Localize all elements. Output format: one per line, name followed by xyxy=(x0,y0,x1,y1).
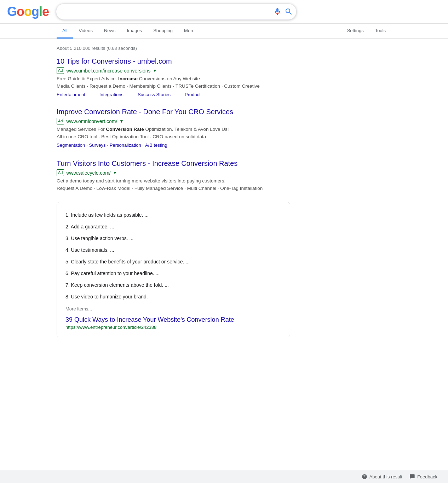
tab-videos[interactable]: Videos xyxy=(73,24,98,39)
search-input[interactable]: how to increase my conversion rate xyxy=(56,4,297,20)
search-icon[interactable] xyxy=(285,7,293,16)
logo-letter-e: e xyxy=(42,4,49,19)
logo-letter-l: l xyxy=(39,4,42,19)
sub-link-integrations[interactable]: Integrations xyxy=(99,92,124,97)
tab-images[interactable]: Images xyxy=(121,24,148,39)
tab-more[interactable]: More xyxy=(178,24,200,39)
ad-badge-1: Ad xyxy=(57,67,64,74)
header: Google how to increase my conversion rat… xyxy=(0,0,448,24)
featured-item-1: 1. Include as few fields as possible. ..… xyxy=(65,209,281,221)
featured-item-2: 2. Add a guarantee. ... xyxy=(65,221,281,233)
ad-2-url-arrow: ▼ xyxy=(119,119,124,124)
nav-right: Settings Tools xyxy=(341,24,391,38)
organic-result-url: https://www.entrepreneur.com/article/242… xyxy=(65,325,281,330)
ad-1-url-arrow: ▼ xyxy=(153,68,157,73)
tab-tools[interactable]: Tools xyxy=(369,24,391,39)
tab-news[interactable]: News xyxy=(98,24,121,39)
search-results: About 5,210,000 results (0.68 seconds) 1… xyxy=(0,39,446,359)
tab-settings[interactable]: Settings xyxy=(341,24,369,39)
ad-2-desc1: Managed Services For Conversion Rate Opt… xyxy=(57,126,290,133)
sub-link-entertainment[interactable]: Entertainment xyxy=(57,92,85,97)
ad-result-2: Improve Conversion Rate - Done For You C… xyxy=(57,107,389,149)
ad-1-desc1: Free Guide & Expert Advice. Increase Con… xyxy=(57,75,290,82)
nav-tabs: All Videos News Images Shopping More Set… xyxy=(0,24,448,39)
ad-3-desc1: Get a demo today and start turning more … xyxy=(57,178,290,185)
ad-3-title[interactable]: Turn Visitors Into Customers - Increase … xyxy=(57,159,389,168)
ad-badge-3: Ad xyxy=(57,169,64,176)
ad-3-desc2: Request A Demo · Low-Risk Model · Fully … xyxy=(57,185,290,192)
ad-2-url-row: Ad www.omniconvert.com/ ▼ xyxy=(57,118,389,124)
ad-3-url-row: Ad www.salecycle.com/ ▼ xyxy=(57,169,389,176)
google-logo[interactable]: Google xyxy=(7,4,49,19)
search-bar-wrapper: how to increase my conversion rate xyxy=(56,4,297,20)
logo-letter-g2: g xyxy=(31,4,39,19)
tab-shopping[interactable]: Shopping xyxy=(148,24,178,39)
ad-2-sub-links-inline: Segmentation · Surveys · Personalization… xyxy=(57,142,290,149)
ad-1-url-row: Ad www.umbel.com/increase-conversions ▼ xyxy=(57,67,389,74)
featured-snippet-box: 1. Include as few fields as possible. ..… xyxy=(57,202,290,337)
featured-list: 1. Include as few fields as possible. ..… xyxy=(65,209,281,303)
ad-result-3: Turn Visitors Into Customers - Increase … xyxy=(57,159,389,192)
sub-link-success-stories[interactable]: Success Stories xyxy=(138,92,171,97)
ad-1-sub-links: Entertainment Integrations Success Stori… xyxy=(57,92,389,97)
featured-item-7: 7. Keep conversion elements above the fo… xyxy=(65,279,281,291)
featured-item-8: 8. Use video to humanize your brand. xyxy=(65,291,281,303)
microphone-icon[interactable] xyxy=(273,7,282,16)
ad-2-url: www.omniconvert.com/ xyxy=(66,118,117,124)
more-items-link[interactable]: More items... xyxy=(65,306,281,312)
featured-item-4: 4. Use testimonials. ... xyxy=(65,244,281,256)
featured-item-6: 6. Pay careful attention to your headlin… xyxy=(65,268,281,279)
logo-letter-o2: o xyxy=(24,4,31,19)
sub-link-product[interactable]: Product xyxy=(185,92,201,97)
search-icons xyxy=(273,7,293,16)
ad-2-title[interactable]: Improve Conversion Rate - Done For You C… xyxy=(57,107,389,116)
ad-3-url: www.salecycle.com/ xyxy=(66,170,110,176)
ad-badge-2: Ad xyxy=(57,118,64,124)
organic-result-title[interactable]: 39 Quick Ways to Increase Your Website's… xyxy=(65,316,281,324)
tab-all[interactable]: All xyxy=(57,24,73,39)
sub-link-ab-testing[interactable]: A/B testing xyxy=(145,142,167,148)
ad-1-title[interactable]: 10 Tips for Conversions - umbel.com xyxy=(57,57,389,66)
featured-item-3: 3. Use tangible action verbs. ... xyxy=(65,233,281,244)
ad-3-url-arrow: ▼ xyxy=(113,170,117,175)
ad-2-desc2: All in one CRO tool · Best Optimization … xyxy=(57,133,290,140)
sub-link-surveys[interactable]: Surveys xyxy=(89,142,106,148)
featured-item-5: 5. Clearly state the benefits of your pr… xyxy=(65,256,281,268)
ad-result-1: 10 Tips for Conversions - umbel.com Ad w… xyxy=(57,57,389,97)
ad-1-desc2: Media Clients · Request a Demo · Members… xyxy=(57,83,290,90)
sub-link-personalization[interactable]: Personalization xyxy=(110,142,141,148)
logo-letter-o1: o xyxy=(17,4,24,19)
logo-letter-g: G xyxy=(7,4,17,19)
ad-1-url: www.umbel.com/increase-conversions xyxy=(66,68,150,74)
results-count: About 5,210,000 results (0.68 seconds) xyxy=(57,42,389,57)
sub-link-segmentation[interactable]: Segmentation xyxy=(57,142,85,148)
